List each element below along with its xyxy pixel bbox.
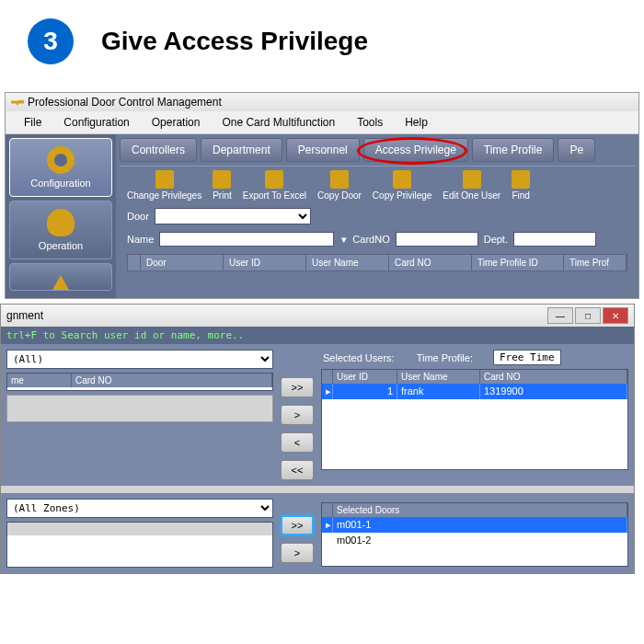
col-me: me (7, 374, 72, 387)
user-row-selected[interactable]: ▸ 1 frank 1319900 (322, 384, 627, 399)
col-userid: User ID (333, 370, 397, 384)
name-input[interactable] (159, 232, 334, 247)
excel-icon (265, 170, 283, 189)
dialog-divider (1, 486, 634, 493)
print-icon (213, 170, 231, 189)
user-transfer-buttons: >> > < << (279, 350, 316, 480)
dialog-upper: (All) me Card NO >> > < << Selected User… (1, 344, 634, 486)
menu-onecard[interactable]: One Card Multifunction (211, 113, 346, 132)
edit-user-icon (463, 170, 481, 189)
tool-label: Edit One User (443, 190, 500, 201)
tool-find[interactable]: Find (512, 170, 530, 201)
col-tp[interactable]: Time Prof (564, 255, 627, 270)
menu-configuration[interactable]: Configuration (52, 113, 140, 132)
remove-all-users-button[interactable]: << (281, 460, 314, 480)
col-tpid[interactable]: Time Profile ID (472, 255, 564, 270)
tab-controllers[interactable]: Controllers (120, 138, 197, 162)
tool-print[interactable]: Print (213, 170, 232, 201)
sidebar-item-partial[interactable] (9, 263, 112, 291)
sidebar: Configuration Operation (6, 134, 116, 298)
user-filter-combo[interactable]: (All) (6, 350, 273, 369)
window-titlebar: Professional Door Control Management (6, 93, 638, 111)
close-button[interactable]: ✕ (603, 307, 628, 324)
tool-export-excel[interactable]: Export To Excel (243, 170, 306, 201)
selected-users-grid[interactable]: User ID User Name Card NO ▸ 1 frank 1319… (321, 369, 628, 470)
dialog-titlebar: gnment — □ ✕ (1, 305, 634, 327)
cell-userid: 1 (333, 384, 397, 399)
step-title: Give Access Privilege (101, 27, 368, 56)
cardno-label: CardNO (352, 234, 389, 245)
tool-change-privileges[interactable]: Change Privileges (127, 170, 201, 201)
dialog-title: gnment (6, 309, 43, 322)
add-door-button[interactable]: > (281, 543, 314, 563)
tab-department[interactable]: Department (201, 138, 282, 162)
available-doors-grid[interactable] (6, 522, 273, 568)
tool-label: Export To Excel (243, 190, 306, 201)
sidebar-configuration[interactable]: Configuration (9, 138, 112, 197)
minimize-button[interactable]: — (547, 307, 573, 324)
tab-access-privilege[interactable]: Access Privilege (363, 138, 468, 162)
zones-combo[interactable]: (All Zones) (6, 499, 273, 518)
tool-copy-door[interactable]: Copy Door (317, 170, 362, 201)
col-username: User Name (397, 370, 480, 384)
col-cardno[interactable]: Card NO (389, 255, 472, 270)
partial-icon (47, 271, 75, 290)
add-user-button[interactable]: > (281, 405, 314, 425)
available-users-grid[interactable]: me Card NO (6, 373, 273, 391)
col-selected-doors: Selected Doors (333, 503, 627, 517)
find-icon (512, 170, 530, 189)
grid-header: me Card NO (7, 374, 272, 387)
tab-personnel[interactable]: Personnel (286, 138, 360, 162)
selected-doors-grid[interactable]: Selected Doors ▸ m001-1 m001-2 (321, 502, 628, 567)
copy-priv-icon (393, 170, 411, 189)
cell-door: m001-2 (333, 533, 627, 547)
step-header: 3 Give Access Privilege (0, 0, 644, 83)
col-username[interactable]: User Name (306, 255, 389, 270)
door-label: Door (127, 211, 149, 222)
filter-name-row: Name ▾ CardNO Dept. (120, 228, 635, 250)
tool-label: Print (213, 190, 232, 201)
time-profile-value[interactable]: Free Time (493, 350, 561, 365)
dept-input[interactable] (513, 232, 596, 247)
menu-help[interactable]: Help (394, 113, 439, 132)
cell-door: m001-1 (333, 517, 627, 533)
users-right-panel: Selected Users: Time Profile: Free Time … (321, 350, 628, 480)
door-transfer-buttons: >> > (279, 499, 316, 568)
dept-label: Dept. (484, 234, 508, 245)
tool-edit-user[interactable]: Edit One User (443, 170, 500, 201)
dialog-lower: (All Zones) >> > Selected Doors ▸ m001-1 (1, 493, 634, 573)
maximize-button[interactable]: □ (575, 307, 601, 324)
tab-partial[interactable]: Pe (558, 138, 595, 162)
cardno-input[interactable] (396, 232, 478, 247)
door-row[interactable]: m001-2 (322, 533, 627, 547)
tool-copy-privilege[interactable]: Copy Privilege (373, 170, 431, 201)
window-title: Professional Door Control Management (28, 96, 222, 109)
sidebar-operation[interactable]: Operation (9, 201, 112, 259)
menu-tools[interactable]: Tools (346, 113, 394, 132)
grid-footer (6, 395, 273, 422)
grid-header: Selected Doors (322, 503, 627, 517)
col-door[interactable]: Door (141, 255, 224, 270)
col-userid[interactable]: User ID (224, 255, 306, 270)
grid-body-empty (127, 271, 627, 288)
remove-user-button[interactable]: < (281, 432, 314, 453)
toolbar: Change Privileges Print Export To Excel … (120, 166, 635, 204)
step-number-badge: 3 (28, 18, 74, 64)
hand-icon (47, 209, 75, 236)
door-row-selected[interactable]: ▸ m001-1 (322, 517, 627, 533)
add-all-doors-button[interactable]: >> (281, 515, 314, 535)
menu-file[interactable]: File (13, 113, 52, 132)
tab-label: Access Privilege (375, 144, 456, 156)
grid-header: User ID User Name Card NO (322, 370, 627, 384)
door-select[interactable] (155, 208, 311, 224)
doors-right-panel: Selected Doors ▸ m001-1 m001-2 (321, 499, 628, 568)
gear-icon (47, 146, 75, 174)
tool-label: Copy Privilege (373, 190, 431, 201)
menu-operation[interactable]: Operation (141, 113, 212, 132)
col-cardno: Card NO (480, 370, 627, 384)
add-all-users-button[interactable]: >> (281, 377, 314, 397)
cell-cardno: 1319900 (480, 384, 627, 399)
tab-time-profile[interactable]: Time Profile (472, 138, 555, 162)
content-area: Controllers Department Personnel Access … (116, 134, 638, 298)
privileges-icon (155, 170, 174, 189)
